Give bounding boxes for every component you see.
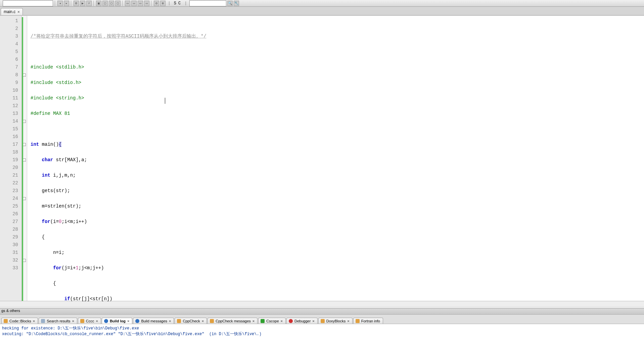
close-icon[interactable]: × <box>252 319 255 323</box>
zoom-in-icon[interactable]: ⊕ <box>160 1 166 6</box>
fold-toggle-icon[interactable]: - <box>23 159 26 162</box>
code-include: #include <stdlib.h> <box>31 64 84 70</box>
code-text: (i= <box>50 219 59 224</box>
warning-icon <box>356 319 360 323</box>
code-text: { <box>31 234 45 240</box>
tab-cppcheck[interactable]: CppCheck× <box>175 318 207 324</box>
line-number: 3 <box>0 33 18 40</box>
line-number: 27 <box>0 218 18 226</box>
tools-icon[interactable]: 🔧 <box>234 1 239 6</box>
line-number: 10 <box>0 87 18 94</box>
line-number: 2 <box>0 25 18 33</box>
fold-strip: - - - - - - <box>22 16 27 301</box>
line-number: 13 <box>0 110 18 118</box>
main-toolbar: ◂ ▸ ⚙ ▶ ⚡ ▣ ▢ ▢ ▢ ▭ ▭ ▭ ▭ ⊖ ⊕ | S C | 🔍 … <box>0 0 644 7</box>
close-icon[interactable]: × <box>169 319 171 323</box>
fold-toggle-icon[interactable]: - <box>23 143 26 146</box>
code-define: #define MAX 81 <box>31 111 70 116</box>
s-button[interactable]: S <box>174 1 176 6</box>
tab-codeblocks[interactable]: Code::Blocks× <box>1 318 38 324</box>
step-over-icon[interactable]: ▢ <box>109 1 114 6</box>
nav-fwd-icon[interactable]: ▸ <box>64 1 69 6</box>
tab-cscope[interactable]: Cscope× <box>258 318 286 324</box>
fold-toggle-icon[interactable]: - <box>23 74 26 77</box>
brace-hl: { <box>59 142 61 147</box>
close-icon[interactable]: × <box>96 319 98 323</box>
code-text: (j=i+ <box>61 265 76 271</box>
code-text: gets(str); <box>31 188 70 193</box>
fold-toggle-icon[interactable]: - <box>23 259 26 262</box>
code-text: { <box>31 281 56 286</box>
tab-label: Build messages <box>141 319 167 323</box>
line-number: 17 <box>0 141 18 148</box>
tab-debugger[interactable]: Debugger× <box>286 318 318 324</box>
panel-tabs: Code::Blocks× Search results× Cccc× Buil… <box>0 315 644 324</box>
code-text-area[interactable]: /*将给定字符串去掉重复的字符后，按照字符ASCII码顺序从小到大排序后输出。*… <box>27 16 644 301</box>
toolbar-combo-1[interactable] <box>3 0 53 6</box>
search-combo[interactable] <box>189 0 226 6</box>
tab-cccc[interactable]: Cccc× <box>78 318 101 324</box>
code-text: i,j,m,n; <box>50 173 76 178</box>
zoom-out-icon[interactable]: ⊖ <box>154 1 159 6</box>
line-number: 16 <box>0 133 18 141</box>
win4-icon[interactable]: ▭ <box>144 1 149 6</box>
line-number: 1 <box>0 17 18 25</box>
code-text: (str[j]<str[n]) <box>70 296 112 302</box>
tab-label: CppCheck messages <box>216 319 251 323</box>
line-number: 18 <box>0 148 18 156</box>
log-line: hecking for existence: D:\五一快乐\five\bin\… <box>2 325 642 331</box>
line-number: 11 <box>0 94 18 102</box>
line-number: 32 <box>0 257 18 264</box>
tab-label: CppCheck <box>183 319 200 323</box>
close-icon[interactable]: × <box>347 319 349 323</box>
close-icon[interactable]: × <box>17 10 19 14</box>
tab-cppcheck-messages[interactable]: CppCheck messages× <box>208 318 258 324</box>
run-icon[interactable]: ▶ <box>80 1 85 6</box>
step-out-icon[interactable]: ▢ <box>115 1 121 6</box>
close-icon[interactable]: × <box>312 319 314 323</box>
line-number: 9 <box>0 79 18 87</box>
line-number: 5 <box>0 48 18 56</box>
build-run-icon[interactable]: ⚡ <box>86 1 92 6</box>
line-number: 7 <box>0 63 18 71</box>
search-icon <box>41 319 45 323</box>
line-number: 6 <box>0 56 18 63</box>
tab-build-messages[interactable]: Build messages× <box>133 318 174 324</box>
tab-label: DoxyBlocks <box>326 319 346 323</box>
fold-toggle-icon[interactable]: - <box>23 197 26 200</box>
warning-icon <box>4 319 8 323</box>
line-number: 31 <box>0 249 18 257</box>
tab-label: Build log <box>110 319 126 323</box>
c-button[interactable]: C <box>178 1 181 6</box>
kw: if <box>64 296 70 302</box>
editor-tabs: main.c × <box>0 7 644 15</box>
tab-label: Search results <box>47 319 70 323</box>
close-icon[interactable]: × <box>202 319 204 323</box>
nav-back-icon[interactable]: ◂ <box>57 1 63 6</box>
win2-icon[interactable]: ▭ <box>131 1 137 6</box>
line-number: 33 <box>0 264 18 272</box>
line-number: 30 <box>0 241 18 249</box>
tab-build-log[interactable]: Build log× <box>102 318 132 324</box>
close-icon[interactable]: × <box>33 319 35 323</box>
tab-search-results[interactable]: Search results× <box>39 318 77 324</box>
build-log-body[interactable]: hecking for existence: D:\五一快乐\five\bin\… <box>0 324 644 362</box>
build-icon[interactable]: ⚙ <box>74 1 79 6</box>
close-icon[interactable]: × <box>281 319 283 323</box>
close-icon[interactable]: × <box>127 319 129 323</box>
kw: char <box>42 157 53 163</box>
debug-icon[interactable]: ▣ <box>96 1 101 6</box>
line-number: 25 <box>0 202 18 210</box>
close-icon[interactable]: × <box>72 319 74 323</box>
tab-main-c[interactable]: main.c × <box>1 8 23 15</box>
tab-fortran-info[interactable]: Fortran info <box>353 318 383 324</box>
search-icon[interactable]: 🔍 <box>227 1 233 6</box>
tab-doxyblocks[interactable]: DoxyBlocks× <box>318 318 353 324</box>
line-number: 24 <box>0 195 18 202</box>
win1-icon[interactable]: ▭ <box>125 1 130 6</box>
fold-toggle-icon[interactable]: - <box>23 120 26 123</box>
tab-label: Cccc <box>86 319 94 323</box>
tab-label: main.c <box>4 9 15 14</box>
step-icon[interactable]: ▢ <box>102 1 108 6</box>
win3-icon[interactable]: ▭ <box>138 1 143 6</box>
